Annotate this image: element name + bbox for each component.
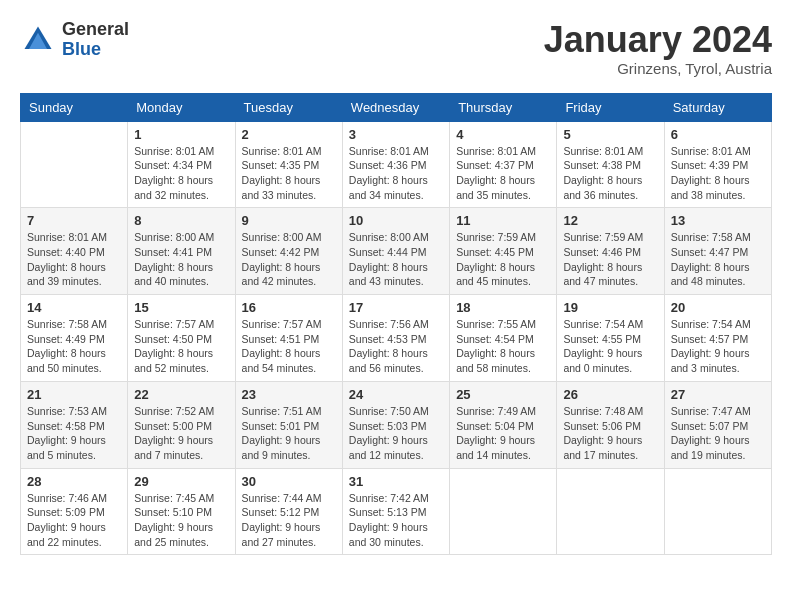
day-info: Sunrise: 7:59 AMSunset: 4:45 PMDaylight:…	[456, 230, 550, 289]
day-info: Sunrise: 7:42 AMSunset: 5:13 PMDaylight:…	[349, 491, 443, 550]
calendar-cell: 24Sunrise: 7:50 AMSunset: 5:03 PMDayligh…	[342, 381, 449, 468]
day-number: 29	[134, 474, 228, 489]
calendar-cell: 25Sunrise: 7:49 AMSunset: 5:04 PMDayligh…	[450, 381, 557, 468]
day-number: 5	[563, 127, 657, 142]
weekday-header-wednesday: Wednesday	[342, 93, 449, 121]
week-row-5: 28Sunrise: 7:46 AMSunset: 5:09 PMDayligh…	[21, 468, 772, 555]
week-row-1: 1Sunrise: 8:01 AMSunset: 4:34 PMDaylight…	[21, 121, 772, 208]
day-number: 9	[242, 213, 336, 228]
day-number: 25	[456, 387, 550, 402]
month-title: January 2024	[544, 20, 772, 60]
calendar-cell: 23Sunrise: 7:51 AMSunset: 5:01 PMDayligh…	[235, 381, 342, 468]
calendar-cell	[450, 468, 557, 555]
calendar-cell: 21Sunrise: 7:53 AMSunset: 4:58 PMDayligh…	[21, 381, 128, 468]
calendar-cell: 18Sunrise: 7:55 AMSunset: 4:54 PMDayligh…	[450, 295, 557, 382]
weekday-header-thursday: Thursday	[450, 93, 557, 121]
day-number: 12	[563, 213, 657, 228]
day-number: 8	[134, 213, 228, 228]
day-number: 22	[134, 387, 228, 402]
day-number: 28	[27, 474, 121, 489]
day-info: Sunrise: 7:59 AMSunset: 4:46 PMDaylight:…	[563, 230, 657, 289]
day-info: Sunrise: 8:01 AMSunset: 4:34 PMDaylight:…	[134, 144, 228, 203]
day-info: Sunrise: 8:01 AMSunset: 4:35 PMDaylight:…	[242, 144, 336, 203]
day-number: 11	[456, 213, 550, 228]
calendar-cell: 1Sunrise: 8:01 AMSunset: 4:34 PMDaylight…	[128, 121, 235, 208]
day-number: 21	[27, 387, 121, 402]
calendar-cell: 31Sunrise: 7:42 AMSunset: 5:13 PMDayligh…	[342, 468, 449, 555]
day-number: 16	[242, 300, 336, 315]
day-info: Sunrise: 7:57 AMSunset: 4:51 PMDaylight:…	[242, 317, 336, 376]
weekday-header-row: SundayMondayTuesdayWednesdayThursdayFrid…	[21, 93, 772, 121]
calendar-cell	[21, 121, 128, 208]
day-number: 14	[27, 300, 121, 315]
day-info: Sunrise: 8:01 AMSunset: 4:36 PMDaylight:…	[349, 144, 443, 203]
day-number: 2	[242, 127, 336, 142]
day-number: 1	[134, 127, 228, 142]
day-info: Sunrise: 8:00 AMSunset: 4:44 PMDaylight:…	[349, 230, 443, 289]
calendar-cell: 30Sunrise: 7:44 AMSunset: 5:12 PMDayligh…	[235, 468, 342, 555]
day-info: Sunrise: 7:49 AMSunset: 5:04 PMDaylight:…	[456, 404, 550, 463]
day-info: Sunrise: 7:52 AMSunset: 5:00 PMDaylight:…	[134, 404, 228, 463]
calendar-cell	[557, 468, 664, 555]
calendar-cell: 2Sunrise: 8:01 AMSunset: 4:35 PMDaylight…	[235, 121, 342, 208]
day-info: Sunrise: 7:55 AMSunset: 4:54 PMDaylight:…	[456, 317, 550, 376]
day-info: Sunrise: 7:47 AMSunset: 5:07 PMDaylight:…	[671, 404, 765, 463]
calendar-cell: 26Sunrise: 7:48 AMSunset: 5:06 PMDayligh…	[557, 381, 664, 468]
calendar-cell: 7Sunrise: 8:01 AMSunset: 4:40 PMDaylight…	[21, 208, 128, 295]
calendar-cell: 13Sunrise: 7:58 AMSunset: 4:47 PMDayligh…	[664, 208, 771, 295]
weekday-header-saturday: Saturday	[664, 93, 771, 121]
day-number: 15	[134, 300, 228, 315]
weekday-header-tuesday: Tuesday	[235, 93, 342, 121]
day-number: 18	[456, 300, 550, 315]
day-number: 4	[456, 127, 550, 142]
calendar-cell: 12Sunrise: 7:59 AMSunset: 4:46 PMDayligh…	[557, 208, 664, 295]
day-number: 17	[349, 300, 443, 315]
day-info: Sunrise: 7:51 AMSunset: 5:01 PMDaylight:…	[242, 404, 336, 463]
calendar-cell: 3Sunrise: 8:01 AMSunset: 4:36 PMDaylight…	[342, 121, 449, 208]
day-number: 10	[349, 213, 443, 228]
calendar-cell: 20Sunrise: 7:54 AMSunset: 4:57 PMDayligh…	[664, 295, 771, 382]
day-info: Sunrise: 7:44 AMSunset: 5:12 PMDaylight:…	[242, 491, 336, 550]
day-info: Sunrise: 7:56 AMSunset: 4:53 PMDaylight:…	[349, 317, 443, 376]
day-info: Sunrise: 7:46 AMSunset: 5:09 PMDaylight:…	[27, 491, 121, 550]
day-info: Sunrise: 8:01 AMSunset: 4:39 PMDaylight:…	[671, 144, 765, 203]
logo-general: General	[62, 19, 129, 39]
logo-icon	[20, 22, 56, 58]
logo-blue: Blue	[62, 39, 101, 59]
day-info: Sunrise: 7:58 AMSunset: 4:49 PMDaylight:…	[27, 317, 121, 376]
day-info: Sunrise: 8:01 AMSunset: 4:37 PMDaylight:…	[456, 144, 550, 203]
day-number: 13	[671, 213, 765, 228]
week-row-2: 7Sunrise: 8:01 AMSunset: 4:40 PMDaylight…	[21, 208, 772, 295]
calendar-cell: 16Sunrise: 7:57 AMSunset: 4:51 PMDayligh…	[235, 295, 342, 382]
day-info: Sunrise: 7:48 AMSunset: 5:06 PMDaylight:…	[563, 404, 657, 463]
logo: General Blue	[20, 20, 129, 60]
day-number: 24	[349, 387, 443, 402]
calendar-cell: 11Sunrise: 7:59 AMSunset: 4:45 PMDayligh…	[450, 208, 557, 295]
day-number: 26	[563, 387, 657, 402]
day-info: Sunrise: 8:00 AMSunset: 4:41 PMDaylight:…	[134, 230, 228, 289]
calendar-cell: 8Sunrise: 8:00 AMSunset: 4:41 PMDaylight…	[128, 208, 235, 295]
calendar-cell: 4Sunrise: 8:01 AMSunset: 4:37 PMDaylight…	[450, 121, 557, 208]
location-subtitle: Grinzens, Tyrol, Austria	[544, 60, 772, 77]
calendar-cell: 17Sunrise: 7:56 AMSunset: 4:53 PMDayligh…	[342, 295, 449, 382]
day-info: Sunrise: 7:58 AMSunset: 4:47 PMDaylight:…	[671, 230, 765, 289]
day-number: 6	[671, 127, 765, 142]
weekday-header-monday: Monday	[128, 93, 235, 121]
weekday-header-sunday: Sunday	[21, 93, 128, 121]
day-info: Sunrise: 7:54 AMSunset: 4:57 PMDaylight:…	[671, 317, 765, 376]
day-number: 7	[27, 213, 121, 228]
title-block: January 2024 Grinzens, Tyrol, Austria	[544, 20, 772, 77]
calendar-cell: 14Sunrise: 7:58 AMSunset: 4:49 PMDayligh…	[21, 295, 128, 382]
day-info: Sunrise: 7:45 AMSunset: 5:10 PMDaylight:…	[134, 491, 228, 550]
calendar-cell: 5Sunrise: 8:01 AMSunset: 4:38 PMDaylight…	[557, 121, 664, 208]
day-info: Sunrise: 7:53 AMSunset: 4:58 PMDaylight:…	[27, 404, 121, 463]
calendar-cell: 28Sunrise: 7:46 AMSunset: 5:09 PMDayligh…	[21, 468, 128, 555]
calendar-cell: 9Sunrise: 8:00 AMSunset: 4:42 PMDaylight…	[235, 208, 342, 295]
calendar-table: SundayMondayTuesdayWednesdayThursdayFrid…	[20, 93, 772, 556]
day-number: 27	[671, 387, 765, 402]
calendar-cell: 10Sunrise: 8:00 AMSunset: 4:44 PMDayligh…	[342, 208, 449, 295]
day-info: Sunrise: 7:50 AMSunset: 5:03 PMDaylight:…	[349, 404, 443, 463]
day-info: Sunrise: 7:57 AMSunset: 4:50 PMDaylight:…	[134, 317, 228, 376]
week-row-3: 14Sunrise: 7:58 AMSunset: 4:49 PMDayligh…	[21, 295, 772, 382]
day-number: 3	[349, 127, 443, 142]
